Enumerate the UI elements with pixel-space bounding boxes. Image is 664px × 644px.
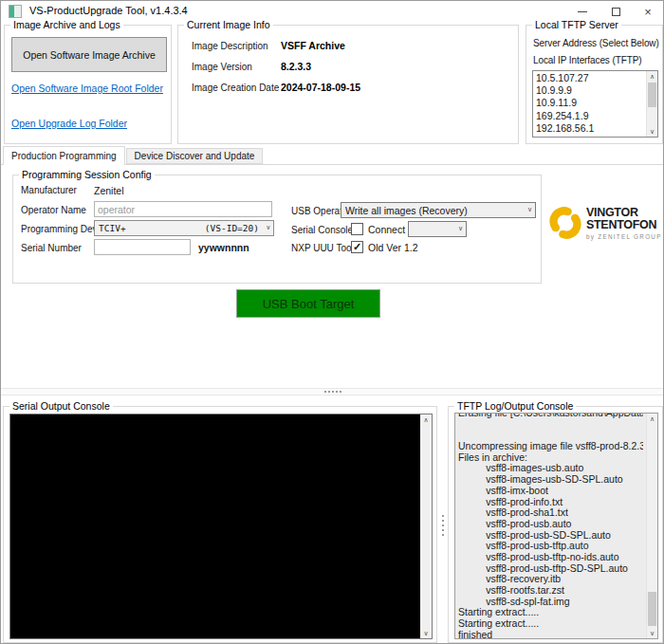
log-line: vsff8-imx-boot xyxy=(458,486,643,497)
splitter-grip-icon xyxy=(324,391,326,393)
ip-list-item[interactable]: 192.168.56.1 xyxy=(536,122,655,135)
device-value: TCIV+ xyxy=(99,223,126,233)
log-line: vsff8-prod-usb.auto xyxy=(458,519,643,530)
scroll-up-icon[interactable]: ∧ xyxy=(650,71,655,82)
ip-list-scrollbar[interactable]: ∧ ∨ xyxy=(646,71,657,137)
group-title: Local TFTP Server xyxy=(532,19,621,30)
horizontal-splitter[interactable] xyxy=(1,388,664,396)
tab-strip: Production Programming Device Discover a… xyxy=(1,146,263,165)
ip-list-item[interactable]: 10.9.11.9 xyxy=(536,97,655,109)
logo-text: VINGTOR STENTOFON by ZENITEL GROUP xyxy=(586,207,662,240)
logo-line1: VINGTOR xyxy=(586,207,662,219)
old-ver-checkbox[interactable]: ✓ xyxy=(351,241,363,253)
check-icon: ✓ xyxy=(353,242,361,252)
group-tftp-log-console: TFTP Log/Output Console Erasing file [C:… xyxy=(448,406,663,643)
open-image-root-folder-link[interactable]: Open Software Image Root Folder xyxy=(11,83,163,94)
vertical-splitter[interactable] xyxy=(440,513,446,538)
operator-name-input[interactable] xyxy=(94,201,272,217)
serial-console-label: Serial Console xyxy=(291,225,353,235)
operator-name-label: Operator Name xyxy=(21,205,86,215)
manufacturer-value: Zenitel xyxy=(94,185,124,196)
group-programming-session-config: Programming Session Config Manufacturer … xyxy=(12,175,542,284)
serial-console-scrollbar[interactable]: ∧ ∨ xyxy=(420,414,432,638)
log-line: vsff8-rootfs.tar.zst xyxy=(458,585,643,597)
log-line: vsff8-prod-info.txt xyxy=(458,497,643,508)
window-title: VS-ProductUpgrade Tool, v1.4.3.4 xyxy=(29,5,188,16)
open-upgrade-log-folder-link[interactable]: Open Upgrade Log Folder xyxy=(11,118,127,129)
scroll-thumb[interactable] xyxy=(648,83,656,107)
image-info-row: Image Version 8.2.3.3 xyxy=(192,62,505,74)
log-line: vsff8-sd-spl-fat.img xyxy=(458,597,643,608)
group-title: TFTP Log/Output Console xyxy=(454,400,576,412)
image-version-label: Image Version xyxy=(192,62,252,72)
device-vsid: (VS-ID=20) xyxy=(205,223,259,233)
scroll-down-icon[interactable]: ∨ xyxy=(650,126,655,137)
tftp-log-output[interactable]: Erasing file [C:\Users\kastorsand\AppDat… xyxy=(454,413,658,639)
scroll-up-icon[interactable]: ∧ xyxy=(423,414,428,425)
group-local-tftp-server: Local TFTP Server Server Address (Select… xyxy=(526,25,663,144)
log-line: Erasing file [C:\Users\kastorsand\AppDat… xyxy=(458,413,643,419)
usb-boot-target-button[interactable]: USB Boot Target xyxy=(236,289,380,318)
chevron-down-icon: ∨ xyxy=(267,224,270,231)
close-icon: × xyxy=(644,5,652,19)
group-title: Programming Session Config xyxy=(19,169,155,180)
connect-checkbox-label: Connect xyxy=(368,224,405,235)
ip-list-item[interactable]: 169.254.1.9 xyxy=(536,110,655,122)
image-info-row: Image Creation Date 2024-07-18-09-15 xyxy=(192,83,505,95)
programming-device-select[interactable]: TCIV+ (VS-ID=20) ∨ xyxy=(94,220,274,236)
image-description-label: Image Description xyxy=(192,41,268,51)
splitter-grip-icon xyxy=(442,515,444,517)
image-creation-date-value: 2024-07-18-09-15 xyxy=(281,82,360,93)
scroll-down-icon[interactable]: ∨ xyxy=(650,628,655,638)
chevron-down-icon: ∨ xyxy=(527,206,532,213)
log-line: vsff8-prod-sha1.txt xyxy=(458,507,643,519)
old-ver-checkbox-label: Old Ver 1.2 xyxy=(368,242,418,253)
usb-operation-select[interactable]: Write all images (Recovery) ∨ xyxy=(341,202,536,218)
maximize-icon xyxy=(612,8,620,16)
close-button[interactable]: × xyxy=(632,1,664,22)
group-image-archive-logs: Image Archive and Logs Open Software Ima… xyxy=(4,25,172,144)
minimize-icon xyxy=(578,11,587,12)
group-title: Image Archive and Logs xyxy=(10,19,123,30)
log-line: vsff8-prod-usb-tftp-SD-SPL.auto xyxy=(458,563,643,575)
serial-console-frame: ∧ ∨ xyxy=(9,414,433,639)
log-line: Starting extract..... xyxy=(458,607,643,618)
scroll-up-icon[interactable]: ∧ xyxy=(650,414,655,424)
log-line: Files in archive: xyxy=(458,452,643,464)
tab-device-discover-update[interactable]: Device Discover and Update xyxy=(126,148,264,164)
scroll-down-icon[interactable]: ∨ xyxy=(423,628,428,638)
tftp-log-scrollbar[interactable]: ∧ ∨ xyxy=(646,414,657,638)
usb-operation-value: Write all images (Recovery) xyxy=(345,205,468,216)
log-line: vsff8-prod-usb-tftp.auto xyxy=(458,541,643,552)
open-image-archive-button[interactable]: Open Software Image Archive xyxy=(11,37,167,72)
image-version-value: 8.2.3.3 xyxy=(281,61,311,72)
chevron-down-icon: ∨ xyxy=(458,225,463,232)
nxp-uuu-tool-label: NXP UUU Tool xyxy=(291,243,354,253)
image-description-value: VSFF Archive xyxy=(281,40,345,51)
tab-production-programming[interactable]: Production Programming xyxy=(3,146,125,165)
server-address-label: Server Address (Select Below) xyxy=(533,38,659,48)
log-line: vsff8-images-usb.auto xyxy=(458,463,643,474)
manufacturer-label: Manufacturer xyxy=(21,185,77,195)
group-title: Current Image Info xyxy=(184,19,273,30)
app-icon xyxy=(9,5,22,18)
local-ip-interfaces-label: Local IP Interfaces (TFTP) xyxy=(533,55,641,65)
serial-number-input[interactable] xyxy=(94,239,191,255)
ip-list-item[interactable]: 10.5.107.27 xyxy=(536,72,655,84)
group-current-image-info: Current Image Info Image Description VSF… xyxy=(177,25,519,144)
logo-line3: by ZENITEL GROUP xyxy=(586,233,662,240)
logo-line2: STENTOFON xyxy=(586,219,662,231)
serial-port-select[interactable]: ∨ xyxy=(408,221,467,237)
zenitel-logo-icon xyxy=(549,207,581,239)
serial-console-output[interactable] xyxy=(10,414,419,638)
scroll-thumb[interactable] xyxy=(648,592,656,626)
group-title: Serial Output Console xyxy=(9,400,113,412)
log-line xyxy=(458,419,643,431)
ip-list-item[interactable]: 10.9.9.9 xyxy=(536,84,655,97)
log-line: vsff8-recovery.itb xyxy=(458,574,643,585)
connect-checkbox[interactable] xyxy=(351,223,363,235)
log-line: Starting extract..... xyxy=(458,618,643,630)
tab-page-production-programming: Programming Session Config Manufacturer … xyxy=(1,164,664,389)
log-line: vsff8-prod-usb-tftp-no-ids.auto xyxy=(458,552,643,563)
app-window: VS-ProductUpgrade Tool, v1.4.3.4 × Image… xyxy=(0,0,664,644)
